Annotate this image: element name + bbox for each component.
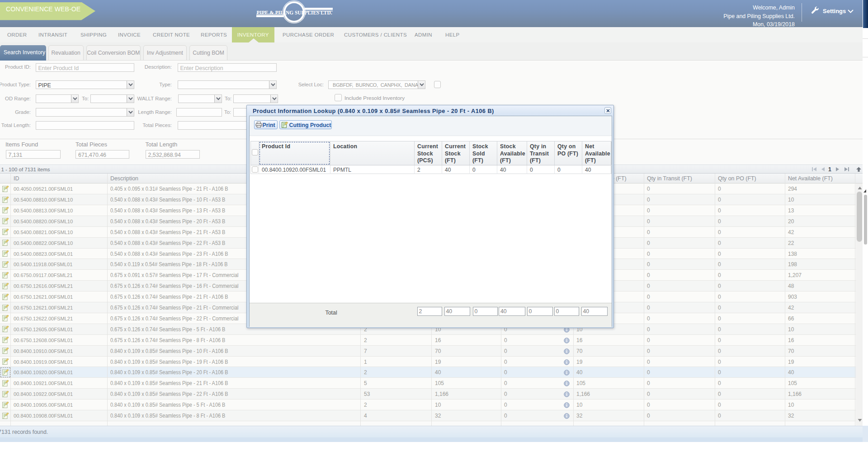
- svg-text:PIPE & PILING SUPPLIES LTD.: PIPE & PILING SUPPLIES LTD.: [257, 9, 332, 16]
